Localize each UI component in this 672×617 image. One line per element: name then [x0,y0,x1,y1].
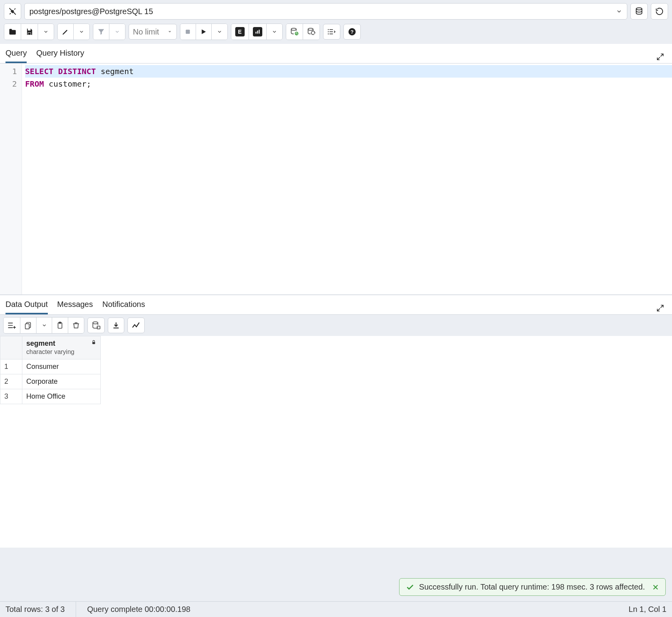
svg-rect-2 [255,32,256,34]
graph-visualizer-button[interactable] [127,318,145,333]
filter-button[interactable] [93,24,109,40]
keyword: FROM [25,79,44,89]
table-row[interactable]: 1Consumer [0,359,101,374]
svg-point-12 [328,34,329,34]
svg-rect-24 [59,322,61,323]
chevron-down-icon [114,29,120,34]
close-toast-button[interactable] [652,584,659,591]
caret-down-icon [167,29,173,34]
row-header-corner[interactable] [0,336,22,359]
identifier: segment [101,67,134,76]
stop-button[interactable] [180,24,196,40]
rollback-button[interactable] [303,24,320,40]
tab-notif-label: Notifications [102,300,145,308]
add-row-button[interactable] [4,318,20,333]
explain-dropdown[interactable] [267,24,282,40]
download-button[interactable] [108,318,124,333]
tab-messages[interactable]: Messages [57,295,93,314]
save-dropdown[interactable] [38,24,54,40]
success-toast: Successfully run. Total query runtime: 1… [399,578,666,596]
column-name: segment [26,339,55,347]
svg-text:?: ? [351,29,354,35]
help-button[interactable]: ? [343,24,361,40]
tab-data-output[interactable]: Data Output [5,295,48,314]
svg-rect-1 [186,30,190,34]
status-query-complete: Query complete 00:00:00.198 [87,605,191,614]
open-file-button[interactable] [4,24,21,40]
folder-icon [8,27,17,36]
sql-editor[interactable]: 1 2 SELECT DISTINCT segment FROM custome… [0,64,672,295]
disconnect-button[interactable] [4,3,21,20]
e-icon: E [235,27,245,36]
explain-button[interactable]: E [231,24,249,40]
column-header[interactable]: segment character varying [22,336,101,359]
svg-point-25 [93,322,98,324]
connection-label: postgres/postgres@PostgreSQL 15 [29,7,153,16]
save-icon [25,27,34,36]
identifier: customer [49,79,86,89]
edit-dropdown[interactable] [74,24,89,40]
tab-notifications[interactable]: Notifications [102,295,145,314]
row-number[interactable]: 1 [0,359,22,374]
row-number[interactable]: 3 [0,389,22,404]
keyword: SELECT [25,67,53,76]
cell-value[interactable]: Home Office [22,389,101,404]
chevron-down-icon [217,29,222,34]
save-button[interactable] [21,24,38,40]
line-gutter: 1 2 [0,64,22,294]
execute-dropdown[interactable] [212,24,227,40]
tab-query-label: Query [5,49,27,57]
table-row[interactable]: 3Home Office [0,389,101,404]
reset-icon [655,7,664,16]
svg-point-8 [328,29,329,30]
play-icon [200,28,207,35]
svg-point-0 [636,8,642,10]
expand-editor-button[interactable] [654,51,667,63]
limit-dropdown[interactable]: No limit [129,24,177,40]
chart-icon [253,27,262,36]
check-icon [406,583,414,592]
copy-button[interactable] [20,318,36,333]
paste-button[interactable] [52,318,68,333]
trash-icon [72,321,80,329]
connection-dropdown[interactable]: postgres/postgres@PostgreSQL 15 [24,3,627,20]
row-number[interactable]: 2 [0,374,22,389]
explain-analyze-button[interactable] [249,24,267,40]
status-bar: Total rows: 3 of 3 Query complete 00:00:… [0,601,672,617]
svg-point-5 [291,28,296,31]
delete-row-button[interactable] [68,318,84,333]
edit-button[interactable] [58,24,74,40]
expand-output-button[interactable] [654,302,667,314]
svg-rect-22 [25,324,29,329]
tab-query[interactable]: Query [5,44,27,63]
tab-query-history[interactable]: Query History [36,44,84,63]
funnel-icon [97,28,105,36]
copy-dropdown[interactable] [36,318,52,333]
limit-label: No limit [133,27,159,36]
toast-text: Successfully run. Total query runtime: 1… [419,583,645,592]
db-rollback-icon [307,27,316,36]
filter-dropdown[interactable] [109,24,125,40]
table-row[interactable]: 2Corporate [0,374,101,389]
reset-layout-button[interactable] [651,3,668,20]
cell-value[interactable]: Corporate [22,374,101,389]
keyword: DISTINCT [58,67,96,76]
cell-value[interactable]: Consumer [22,359,101,374]
code-area[interactable]: SELECT DISTINCT segment FROM customer; [22,64,672,294]
chevron-down-icon [43,29,49,34]
database-button[interactable] [630,3,648,20]
execute-button[interactable] [196,24,212,40]
help-icon: ? [348,27,356,36]
status-cursor: Ln 1, Col 1 [628,605,667,614]
db-save-icon [92,321,100,330]
save-data-button[interactable] [87,318,105,333]
tab-messages-label: Messages [57,300,93,308]
results-grid[interactable]: segment character varying 1Consumer2Corp… [0,336,672,548]
rows-plus-icon [7,322,16,329]
line-chart-icon [132,322,140,329]
svg-rect-28 [93,342,95,344]
macros-dropdown[interactable] [323,24,340,40]
db-check-icon [290,27,299,36]
commit-button[interactable] [286,24,303,40]
svg-point-7 [308,28,313,31]
